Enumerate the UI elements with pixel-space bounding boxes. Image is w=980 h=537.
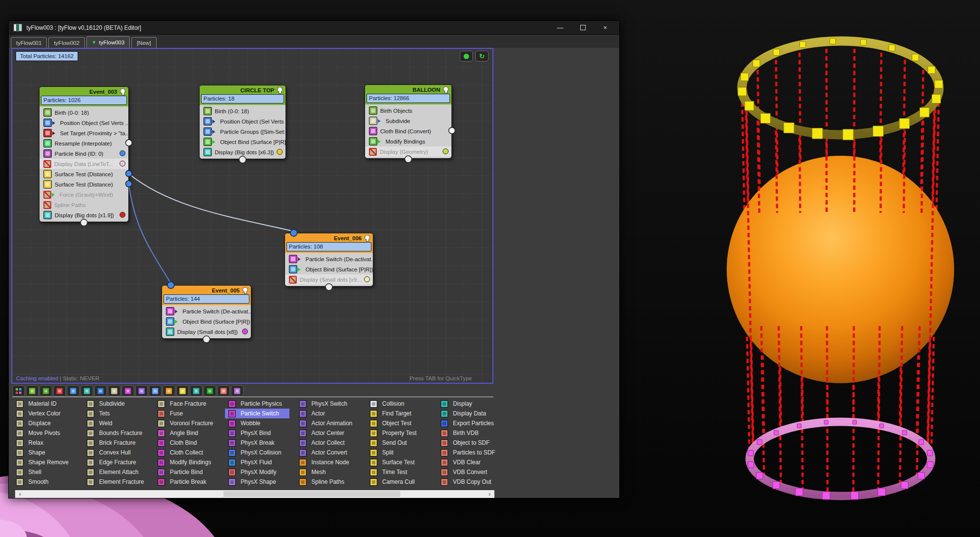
output-socket[interactable] bbox=[120, 150, 125, 156]
palette-item-display[interactable]: Display bbox=[437, 399, 508, 409]
palette-item-physx-fluid[interactable]: PhysX Fluid bbox=[225, 457, 296, 467]
palette-item-vertex-color[interactable]: Vertex Color bbox=[13, 409, 83, 418]
scroll-left-icon[interactable]: ‹ bbox=[16, 490, 24, 498]
top-ring-vertex-handle[interactable] bbox=[889, 45, 895, 51]
top-ring-vertex-handle[interactable] bbox=[830, 38, 836, 44]
operator-display-small-dots-x8[interactable]: Display (Small dots [x8]) bbox=[162, 327, 251, 337]
operator-surface-test-distance[interactable]: Surface Test (Distance) bbox=[40, 169, 128, 179]
category-2-button[interactable] bbox=[26, 385, 39, 396]
category-15-button[interactable] bbox=[204, 385, 216, 396]
palette-item-subdivide[interactable]: Subdivide bbox=[83, 399, 154, 409]
palette-item-vdb-clear[interactable]: VDB Clear bbox=[437, 457, 508, 467]
palette-item-shape[interactable]: Shape bbox=[13, 448, 83, 457]
operator-modify-bindings[interactable]: Modify Bindings bbox=[365, 136, 451, 146]
bottom-ring-vertex-handle[interactable] bbox=[773, 481, 780, 489]
bottom-ring-vertex-handle[interactable] bbox=[797, 424, 801, 428]
tab-tyflow003[interactable]: ▼tyFlow003 bbox=[86, 36, 130, 48]
palette-item-smooth[interactable]: Smooth bbox=[13, 477, 83, 487]
palette-item-relax[interactable]: Relax bbox=[13, 438, 83, 448]
bottom-ring-vertex-handle[interactable] bbox=[927, 450, 933, 455]
palette-item-object-test[interactable]: Object Test bbox=[367, 418, 437, 428]
top-ring-vertex-handle[interactable] bbox=[899, 119, 910, 129]
operator-resample-interpolate[interactable]: Resample (Interpolate) bbox=[40, 138, 128, 148]
operator-force-gravity-wind[interactable]: Force (Gravity+Wind) bbox=[40, 189, 128, 200]
palette-item-brick-fracture[interactable]: Brick Fracture bbox=[83, 438, 154, 448]
node-header[interactable]: BALLOONParticles: 12866 bbox=[365, 85, 451, 104]
top-ring-vertex-handle[interactable] bbox=[932, 94, 940, 103]
palette-item-physx-shape[interactable]: PhysX Shape bbox=[225, 477, 296, 487]
palette-item-mesh[interactable]: Mesh bbox=[296, 467, 367, 477]
top-ring-vertex-handle[interactable] bbox=[860, 40, 866, 45]
operator-subdivide[interactable]: Subdivide bbox=[365, 116, 451, 126]
bottom-ring-vertex-handle[interactable] bbox=[756, 473, 763, 479]
operator-object-bind-surface-p-r[interactable]: Object Bind (Surface [P|R]) bbox=[162, 316, 251, 327]
top-ring-vertex-handle[interactable] bbox=[745, 101, 754, 110]
palette-item-actor-convert[interactable]: Actor Convert bbox=[296, 448, 367, 457]
palette-item-material-id[interactable]: Material ID bbox=[13, 399, 83, 409]
palette-item-instance-node[interactable]: Instance Node bbox=[296, 457, 367, 467]
category-6-button[interactable] bbox=[81, 385, 93, 396]
operator-set-target-proximity-ta[interactable]: Set Target (Proximity > "ta... bbox=[40, 128, 128, 138]
palette-item-physx-collision[interactable]: PhysX Collision bbox=[225, 448, 296, 457]
palette-item-tets[interactable]: Tets bbox=[83, 409, 154, 418]
output-socket[interactable] bbox=[120, 212, 125, 218]
operator-cloth-bind-convert[interactable]: Cloth Bind (Convert) bbox=[365, 126, 451, 136]
operator-display-big-dots-x1-9[interactable]: Display (Big dots [x1.9]) bbox=[40, 210, 128, 220]
operator-display-geometry[interactable]: Display (Geometry) bbox=[365, 146, 451, 157]
operator-object-bind-surface-p-r[interactable]: Object Bind (Surface [P|R]) bbox=[285, 264, 373, 274]
palette-item-actor-animation[interactable]: Actor Animation bbox=[296, 418, 367, 428]
category-7-button[interactable] bbox=[94, 385, 107, 396]
palette-item-weld[interactable]: Weld bbox=[83, 418, 154, 428]
category-11-button[interactable] bbox=[149, 385, 162, 396]
palette-item-angle-bind[interactable]: Angle Bind bbox=[154, 428, 225, 438]
output-socket[interactable] bbox=[364, 276, 370, 282]
palette-item-export-particles[interactable]: Export Particles bbox=[437, 418, 508, 428]
palette-item-find-target[interactable]: Find Target bbox=[367, 409, 437, 418]
palette-item-wobble[interactable]: Wobble bbox=[225, 418, 296, 428]
bottom-ring-vertex-handle[interactable] bbox=[824, 420, 828, 424]
top-ring-vertex-handle[interactable] bbox=[873, 126, 883, 137]
category-9-button[interactable] bbox=[122, 385, 134, 396]
palette-item-collision[interactable]: Collision bbox=[367, 399, 437, 409]
bottom-ring-vertex-handle[interactable] bbox=[757, 439, 762, 444]
category-all-button[interactable] bbox=[12, 385, 25, 396]
palette-item-displace[interactable]: Displace bbox=[13, 418, 83, 428]
operator-surface-test-distance[interactable]: Surface Test (Distance) bbox=[40, 179, 128, 189]
category-12-button[interactable] bbox=[163, 385, 175, 396]
category-10-button[interactable] bbox=[135, 385, 148, 396]
output-socket[interactable] bbox=[120, 161, 125, 166]
category-4-button[interactable] bbox=[53, 385, 66, 396]
palette-item-surface-test[interactable]: Surface Test bbox=[367, 457, 437, 467]
close-button[interactable]: × bbox=[594, 21, 616, 34]
top-ring-vertex-handle[interactable] bbox=[784, 123, 794, 133]
palette-item-fuse[interactable]: Fuse bbox=[154, 409, 225, 418]
maximize-button[interactable] bbox=[572, 21, 594, 34]
category-14-button[interactable] bbox=[190, 385, 203, 396]
palette-item-modify-bindings[interactable]: Modify Bindings bbox=[154, 457, 225, 467]
bottom-ring-vertex-handle[interactable] bbox=[748, 462, 754, 468]
operator-particle-bind-id-0[interactable]: Particle Bind (ID: 0) bbox=[40, 148, 128, 159]
palette-scrollbar[interactable]: ‹ › bbox=[15, 490, 494, 498]
titlebar[interactable]: tyFlow003 : [tyFlow v0,16120 (BETA) Edit… bbox=[9, 21, 619, 35]
bottom-ring-vertex-handle[interactable] bbox=[748, 450, 754, 455]
bottom-ring-vertex-handle[interactable] bbox=[878, 488, 886, 496]
top-ring-vertex-handle[interactable] bbox=[912, 54, 919, 61]
bottom-ring-vertex-handle[interactable] bbox=[879, 424, 883, 428]
palette-item-bounds-fracture[interactable]: Bounds Fracture bbox=[83, 428, 154, 438]
palette-item-face-fracture[interactable]: Face Fracture bbox=[154, 399, 225, 409]
category-13-button[interactable] bbox=[176, 385, 189, 396]
tab-new[interactable]: [New] bbox=[131, 37, 156, 48]
palette-item-display-data[interactable]: Display Data bbox=[437, 409, 508, 418]
top-ring-vertex-handle[interactable] bbox=[812, 128, 823, 139]
category-17-button[interactable] bbox=[231, 385, 244, 396]
palette-item-element-fracture[interactable]: Element Fracture bbox=[83, 477, 154, 487]
node-header[interactable]: CIRCLE TOPParticles: 18 bbox=[200, 85, 286, 105]
palette-item-shell[interactable]: Shell bbox=[13, 467, 83, 477]
operator-particle-groups-sim-set[interactable]: Particle Groups ([Sim-Set: ... bbox=[200, 126, 286, 137]
palette-item-edge-fracture[interactable]: Edge Fracture bbox=[83, 457, 154, 467]
node-balloon[interactable]: BALLOONParticles: 12866Birth ObjectsSubd… bbox=[365, 84, 452, 159]
palette-item-physx-bind[interactable]: PhysX Bind bbox=[225, 428, 296, 438]
palette-item-voronoi-fracture[interactable]: Voronoi Fracture bbox=[154, 418, 225, 428]
bottom-ring-vertex-handle[interactable] bbox=[796, 488, 803, 496]
top-ring-vertex-handle[interactable] bbox=[843, 129, 854, 140]
